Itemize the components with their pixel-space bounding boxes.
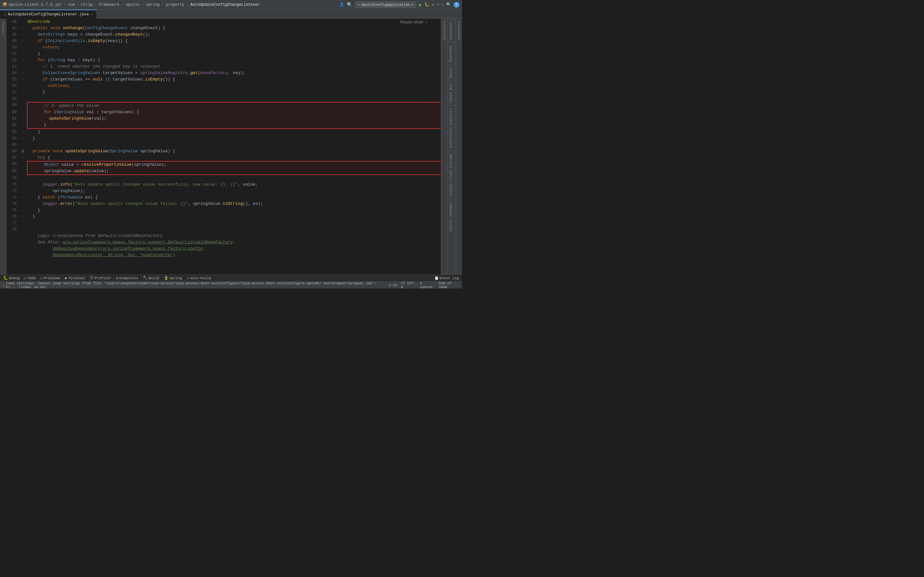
breadcrumb-apollo[interactable]: apollo	[126, 3, 140, 7]
code-line-47: 47 ↑ public void onChange(ConfigChangeEv…	[6, 25, 441, 31]
left-sidebar: Project	[0, 19, 6, 274]
fold-icon-55[interactable]: ▿	[22, 77, 24, 81]
line-number-59: 59	[6, 102, 19, 109]
tab-main-file[interactable]: J AutoUpdateConfigChangeListener.java ✕	[0, 10, 97, 19]
gutter-80	[19, 239, 26, 245]
gutter-55: ▿	[19, 76, 26, 83]
line-content-57: }	[26, 89, 441, 95]
project-panel-icon[interactable]: Project	[1, 20, 5, 37]
endpoints-tool[interactable]: ◎ Endpoints	[114, 275, 141, 282]
line-content-53: // 1. check whether the changed key is r…	[26, 63, 441, 70]
fold-icon-57[interactable]: ▿	[22, 90, 24, 94]
code-line-60: 60 ▿ for (SpringValue val : targetValues…	[6, 109, 441, 115]
coverage-icon[interactable]: ◈	[432, 2, 434, 7]
line-number-60: 60	[6, 109, 19, 115]
fold-icon-75[interactable]: ▿	[22, 208, 24, 212]
structure-sidebar[interactable]: Structure	[441, 19, 447, 274]
fold-icon-76[interactable]: ▿	[22, 215, 24, 219]
fold-icon-49[interactable]: ▿	[22, 39, 24, 43]
code-line-52: 52 ▿ for (String key : keys) {	[6, 57, 441, 63]
spring-label: Spring	[170, 276, 182, 280]
code-line-74: 74 logger.error("Auto update apollo chan…	[6, 201, 441, 207]
warning-status[interactable]: ⚠ Load settings: Cannot load settings fr…	[3, 282, 384, 289]
gutter-82	[19, 252, 26, 258]
debug-run-icon[interactable]: 🐛	[425, 2, 429, 7]
indent-status[interactable]: 4 spaces	[420, 282, 435, 289]
fold-icon-48[interactable]: ▿	[22, 33, 24, 37]
line-ending-status[interactable]: LF UTF-8	[401, 282, 416, 289]
auto-build-tool[interactable]: ⚠ Auto-build	[185, 275, 213, 282]
line-number-82	[6, 252, 19, 258]
warning-status-icon: ⚠	[3, 283, 5, 287]
profile-icon[interactable]: 👤	[339, 2, 344, 7]
sidebar-tab-cloud-run[interactable]: Cloud Run	[447, 81, 456, 105]
code-line-71: 71 logger.info("Auto update apollo chang…	[6, 181, 441, 188]
fold-icon-67[interactable]: ▿	[22, 156, 24, 160]
fold-icon-73[interactable]: ▿	[22, 195, 24, 199]
debug-tool[interactable]: 🐛 Debug	[1, 275, 21, 282]
build-tool[interactable]: 🔨 Build	[141, 275, 161, 282]
search-icon[interactable]: 🔍	[446, 2, 451, 7]
problems-tool[interactable]: ⚠ Problems	[39, 275, 63, 282]
fold-icon-54[interactable]: ▿	[22, 71, 24, 75]
code-line-58: 58	[6, 95, 441, 102]
fold-icon-52[interactable]: ▿	[22, 58, 24, 62]
spring-tool[interactable]: 🍃 Spring	[162, 275, 184, 282]
user-avatar[interactable]: Y	[454, 2, 459, 8]
sidebar-tab-kubernetes[interactable]: Kubernetes Explorer	[447, 105, 456, 151]
tab-label: AutoUpdateConfigChangeListener.java	[8, 12, 89, 17]
breadcrumb-com[interactable]: com	[68, 3, 75, 7]
line-number-76: 76	[6, 213, 19, 220]
line-number-63: 63	[6, 129, 19, 135]
fold-icon-63[interactable]: ▿	[22, 130, 24, 134]
sidebar-tab-maven[interactable]: Maven	[447, 65, 456, 81]
line-content-81: doResolveDependency(org.springframework.…	[26, 245, 441, 252]
sidebar-tab-gcs[interactable]: Google Cloud Storage	[447, 151, 456, 198]
code-wrapper[interactable]: Reader Mode ✓ 46 @Override 47 ↑ public v…	[6, 19, 441, 274]
breadcrumb-jar[interactable]: apollo-client-1.7.0.jar	[9, 3, 62, 7]
config-dropdown[interactable]: ● ApolloConfigApplication ▾	[355, 2, 416, 8]
sep1: ›	[64, 3, 66, 7]
code-line-76: 76 ▿ }	[6, 213, 441, 220]
breadcrumb-spring[interactable]: spring	[145, 3, 160, 7]
fold-icon-62[interactable]: ▿	[22, 123, 24, 127]
sidebar-tab-plantuml[interactable]: PlantUML	[447, 42, 456, 65]
line-col-status[interactable]: 2:25	[389, 282, 397, 289]
favorites-label[interactable]: Favorites	[457, 19, 461, 43]
line-count-status[interactable]: 930 of 2000	[439, 282, 459, 289]
sidebar-tab-secret[interactable]: Secret Manager	[447, 199, 456, 234]
gutter-71	[19, 181, 26, 188]
structure-label[interactable]: Structure	[443, 19, 446, 43]
fold-icon-51[interactable]: ▿	[22, 52, 24, 56]
line-number-70: 70	[6, 175, 19, 181]
search-top-icon[interactable]: 🔍	[347, 2, 352, 7]
java-file-icon: J	[4, 13, 6, 16]
line-content-50: return;	[26, 44, 441, 51]
fold-icon-64[interactable]: ▿	[22, 137, 24, 140]
code-line-63: 63 ▿ }	[6, 129, 441, 135]
sep4: ›	[121, 3, 124, 7]
gutter-73: ▿	[19, 194, 26, 201]
tab-close-icon[interactable]: ✕	[91, 13, 93, 16]
line-content-52: for (String key : keys) {	[26, 57, 441, 63]
line-content-80: See Also: org.springframework.beans.fact…	[26, 239, 441, 245]
fold-icon-60[interactable]: ▿	[22, 110, 24, 114]
todo-tool[interactable]: ☑ TODO	[22, 275, 38, 282]
event-log-tool[interactable]: 📋 Event Log	[433, 275, 461, 282]
line-number-77: 77	[6, 220, 19, 226]
breadcrumb-property[interactable]: property	[166, 3, 184, 7]
run-button[interactable]: ▶	[419, 2, 422, 8]
gutter-79	[19, 233, 26, 239]
breadcrumb-ctrip[interactable]: ctrip	[81, 3, 93, 7]
breadcrumb-framework[interactable]: framework	[99, 3, 120, 7]
warning-text: Load settings: Cannot load settings from…	[6, 282, 385, 289]
sep3: ›	[95, 3, 97, 7]
sidebar-tab-database[interactable]: Database	[447, 20, 456, 42]
gutter-48: ▿	[19, 31, 26, 38]
more-actions-icon[interactable]: ⚙ ▾	[437, 2, 444, 7]
gutter-47: ↑	[19, 25, 26, 31]
favorites-sidebar[interactable]: Favorites	[456, 19, 462, 274]
terminal-tool[interactable]: ▶ Terminal	[63, 275, 87, 282]
profiler-tool[interactable]: ⏱ Profiler	[88, 275, 113, 282]
code-line-46: 46 @Override	[6, 19, 441, 25]
